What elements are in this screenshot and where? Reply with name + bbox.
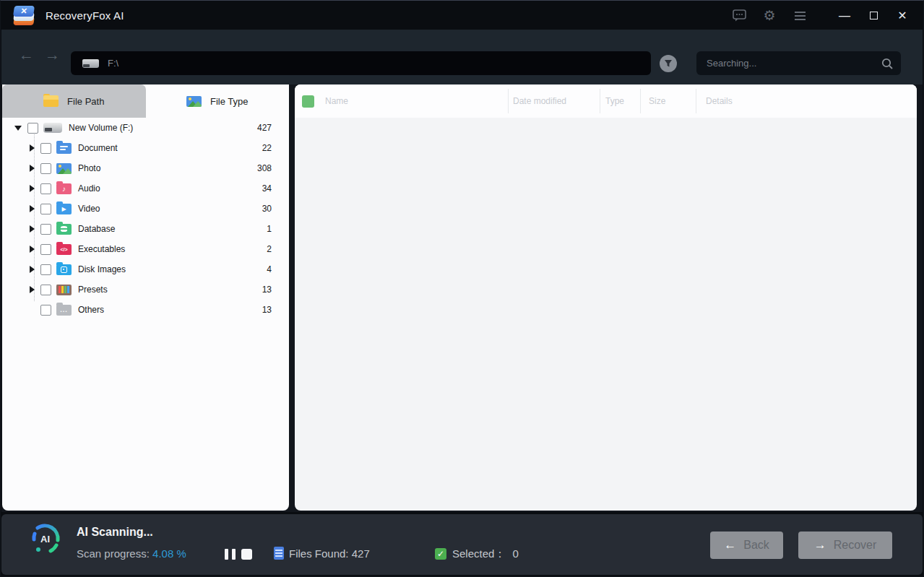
menu-hamburger-icon[interactable] bbox=[793, 9, 807, 23]
path-field[interactable]: F:\ bbox=[71, 51, 651, 75]
funnel-icon bbox=[664, 59, 673, 68]
tree-row-volume[interactable]: New Volume (F:) 427 bbox=[2, 118, 289, 138]
scan-progress-value: 4.08 % bbox=[152, 547, 186, 560]
column-header-size[interactable]: Size bbox=[649, 96, 665, 106]
tree-row-others[interactable]: ... Others 13 bbox=[2, 300, 289, 320]
tree-row-disk-images[interactable]: Disk Images 4 bbox=[2, 259, 289, 279]
pause-button[interactable] bbox=[225, 549, 236, 560]
checkbox[interactable] bbox=[40, 143, 51, 154]
tree-row-audio[interactable]: ♪ Audio 34 bbox=[2, 178, 289, 199]
expander-right-icon[interactable] bbox=[30, 185, 35, 192]
audio-folder-icon: ♪ bbox=[56, 183, 72, 194]
tree-label: Video bbox=[78, 204, 289, 214]
recover-button-label: Recover bbox=[834, 539, 877, 552]
tab-file-path[interactable]: File Path bbox=[2, 84, 146, 118]
drive-icon bbox=[43, 123, 62, 133]
search-icon bbox=[881, 57, 894, 70]
folder-icon bbox=[43, 96, 59, 107]
checkbox[interactable] bbox=[40, 244, 51, 255]
selected-count: 0 bbox=[512, 547, 518, 560]
checkbox[interactable] bbox=[40, 183, 51, 194]
expander-down-icon[interactable] bbox=[14, 126, 22, 131]
tree-row-executables[interactable]: </> Executables 2 bbox=[2, 239, 289, 259]
app-logo-icon: ✕ bbox=[12, 4, 36, 27]
tree-count: 308 bbox=[257, 163, 272, 173]
tab-label: File Type bbox=[210, 96, 249, 107]
table-header: Name Date modified Type Size Details bbox=[295, 84, 917, 118]
tree-row-database[interactable]: Database 1 bbox=[2, 219, 289, 239]
select-all-checkbox[interactable] bbox=[302, 95, 314, 108]
expander-right-icon[interactable] bbox=[30, 144, 35, 152]
tab-file-type[interactable]: File Type bbox=[146, 84, 290, 118]
app-window: ✕ RecoveryFox AI ⚙ — ✕ ← → F:\ bbox=[0, 0, 924, 577]
checkbox[interactable] bbox=[40, 264, 51, 275]
expander-right-icon[interactable] bbox=[30, 246, 35, 253]
column-header-type[interactable]: Type bbox=[605, 96, 624, 106]
selected-label: Selected： bbox=[452, 547, 505, 560]
files-found-text: Files Found: 427 bbox=[289, 547, 370, 560]
tab-label: File Path bbox=[67, 96, 104, 107]
tree-count: 427 bbox=[257, 123, 272, 133]
photo-folder-icon bbox=[56, 163, 72, 174]
tree-row-document[interactable]: Document 22 bbox=[2, 138, 289, 158]
scan-status-title: AI Scanning... bbox=[77, 526, 153, 539]
tree-row-presets[interactable]: Presets 13 bbox=[2, 279, 289, 300]
expander-right-icon[interactable] bbox=[30, 266, 35, 273]
column-header-date-modified[interactable]: Date modified bbox=[513, 96, 566, 106]
back-button-label: Back bbox=[743, 539, 769, 552]
feedback-chat-icon[interactable] bbox=[732, 9, 746, 23]
tree-count: 13 bbox=[262, 285, 272, 295]
document-folder-icon bbox=[56, 143, 72, 154]
search-input[interactable] bbox=[707, 58, 881, 69]
tree-count: 4 bbox=[267, 264, 272, 274]
checkbox[interactable] bbox=[27, 123, 38, 134]
scan-progress-label: Scan progress: bbox=[77, 547, 150, 560]
column-separator bbox=[600, 89, 600, 113]
expander-right-icon[interactable] bbox=[30, 225, 35, 233]
content-area: File Path File Type New Volume (F:) 427 bbox=[1, 84, 923, 512]
checkbox[interactable] bbox=[40, 163, 51, 174]
executables-folder-icon: </> bbox=[56, 244, 72, 255]
tree-count: 30 bbox=[262, 204, 272, 214]
others-folder-icon: ... bbox=[56, 305, 72, 316]
forward-arrow-icon[interactable]: → bbox=[45, 47, 60, 62]
expander-right-icon[interactable] bbox=[30, 205, 35, 212]
title-bar: ✕ RecoveryFox AI ⚙ — ✕ bbox=[1, 1, 923, 30]
settings-gear-icon[interactable]: ⚙ bbox=[762, 9, 777, 23]
back-arrow-icon: ← bbox=[724, 538, 736, 552]
tree-label: New Volume (F:) bbox=[69, 123, 289, 133]
file-type-tree: New Volume (F:) 427 Document 22 Photo 30… bbox=[2, 118, 289, 511]
expander-right-icon[interactable] bbox=[30, 165, 35, 172]
tree-label: Database bbox=[78, 224, 289, 234]
back-arrow-icon[interactable]: ← bbox=[19, 47, 34, 62]
maximize-button[interactable] bbox=[859, 1, 888, 30]
close-button[interactable]: ✕ bbox=[888, 1, 917, 30]
tree-label: Disk Images bbox=[78, 264, 289, 274]
recover-button[interactable]: → Recover bbox=[798, 532, 892, 559]
column-header-name[interactable]: Name bbox=[325, 96, 348, 106]
minimize-button[interactable]: — bbox=[830, 1, 859, 30]
recover-arrow-icon: → bbox=[814, 538, 826, 552]
tree-row-photo[interactable]: Photo 308 bbox=[2, 158, 289, 178]
tree-count: 1 bbox=[267, 224, 272, 234]
presets-folder-icon bbox=[56, 285, 72, 295]
search-box[interactable] bbox=[696, 51, 901, 75]
back-button[interactable]: ← Back bbox=[710, 532, 783, 559]
expander-right-icon[interactable] bbox=[30, 286, 35, 293]
database-folder-icon bbox=[56, 224, 72, 235]
tree-row-video[interactable]: ▶ Video 30 bbox=[2, 199, 289, 219]
checkbox[interactable] bbox=[40, 285, 51, 295]
selected-check-icon: ✓ bbox=[435, 548, 446, 560]
filter-button[interactable] bbox=[660, 55, 677, 72]
checkbox[interactable] bbox=[40, 224, 51, 235]
checkbox[interactable] bbox=[40, 305, 51, 316]
column-header-details[interactable]: Details bbox=[706, 96, 733, 106]
tree-count: 22 bbox=[262, 143, 272, 153]
svg-text:AI: AI bbox=[40, 534, 50, 545]
stop-button[interactable] bbox=[241, 549, 252, 560]
picture-folder-icon bbox=[186, 96, 202, 107]
tree-label: Others bbox=[78, 305, 289, 315]
checkbox[interactable] bbox=[40, 204, 51, 214]
current-path: F:\ bbox=[108, 58, 118, 69]
navigation-bar: ← → F:\ bbox=[1, 30, 923, 84]
